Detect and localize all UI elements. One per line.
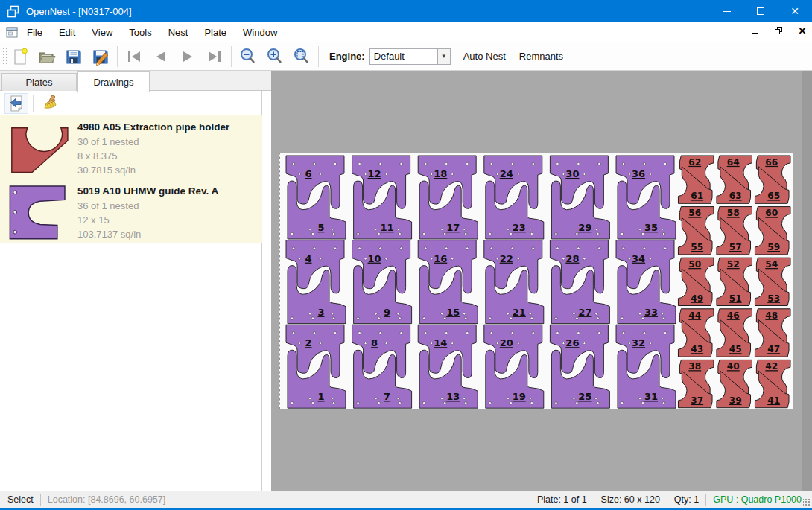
red-nest-unit[interactable]: 5857: [717, 207, 752, 255]
menu-plate[interactable]: Plate: [197, 24, 234, 41]
red-nest-unit[interactable]: 5049: [678, 258, 714, 305]
panel-tab-strip: Plates Drawings: [0, 71, 271, 91]
status-size: Size: 60 x 120: [601, 494, 660, 505]
engine-dropdown-button[interactable]: ▼: [438, 48, 451, 65]
part-number: 25: [578, 391, 591, 402]
part-number: 5: [317, 222, 324, 233]
open-button[interactable]: [34, 45, 60, 68]
part-number: 13: [446, 391, 460, 402]
hole: [291, 402, 293, 404]
import-drawing-button[interactable]: [4, 93, 28, 114]
menu-edit[interactable]: Edit: [51, 24, 83, 41]
part-number: 61: [691, 191, 703, 201]
hole: [334, 162, 336, 165]
nest-canvas[interactable]: 6512111817242330293635431091615222128273…: [271, 71, 812, 491]
title-bar[interactable]: OpenNest - [N0317-004] ✕: [0, 0, 812, 22]
close-button[interactable]: ✕: [778, 0, 812, 22]
red-nest-unit[interactable]: 6463: [717, 156, 752, 203]
hole: [643, 332, 645, 334]
maximize-button[interactable]: [743, 0, 778, 22]
hole: [532, 332, 534, 334]
part-number: 14: [434, 337, 447, 348]
menu-view[interactable]: View: [84, 24, 120, 41]
part-number: 19: [513, 391, 526, 402]
part-number: 65: [767, 191, 780, 201]
part-number: 21: [513, 307, 526, 318]
hole: [379, 247, 381, 249]
part-number: 57: [729, 242, 742, 252]
zoom-fit-button[interactable]: [288, 45, 315, 68]
red-nest-unit[interactable]: 5453: [755, 258, 790, 305]
mdi-minimize-button[interactable]: [748, 24, 761, 37]
hole: [662, 402, 664, 404]
hole: [334, 332, 336, 334]
red-nest-unit[interactable]: 4443: [678, 309, 714, 357]
red-nest-unit[interactable]: 3837: [678, 360, 714, 407]
part-number: 38: [688, 361, 701, 372]
last-plate-button[interactable]: [201, 45, 228, 68]
mdi-close-button[interactable]: ✕: [796, 24, 809, 37]
red-nest-unit[interactable]: 6665: [755, 156, 790, 203]
menu-file[interactable]: File: [19, 24, 50, 41]
part-number: 45: [729, 344, 742, 354]
drawing-size: 8 x 8.375: [77, 149, 229, 163]
red-nest-unit[interactable]: 4847: [755, 309, 790, 357]
part-number: 56: [688, 208, 701, 218]
part-number: 32: [632, 337, 645, 348]
zoom-out-button[interactable]: [235, 45, 261, 68]
drawing-item-uhmw-guide[interactable]: 5019 A10 UHMW guide Rev. A 36 of 1 neste…: [0, 179, 262, 243]
next-plate-button[interactable]: [174, 45, 201, 68]
part-number: 62: [688, 157, 701, 168]
mdi-minimize-icon: [752, 33, 758, 34]
minimize-button[interactable]: [709, 0, 743, 22]
save-button[interactable]: [60, 45, 87, 68]
part-number: 49: [691, 293, 703, 303]
tab-drawings[interactable]: Drawings: [77, 71, 150, 92]
hole: [598, 162, 600, 165]
hole: [399, 402, 401, 404]
hole: [292, 332, 294, 334]
part-number: 23: [513, 222, 526, 233]
hole: [445, 332, 448, 334]
hole: [598, 332, 600, 334]
broom-icon: [41, 95, 59, 112]
drawing-item-extraction-pipe-holder[interactable]: 4980 A05 Extraction pipe holder 30 of 1 …: [0, 115, 262, 179]
plate[interactable]: 6512111817242330293635431091615222128273…: [279, 153, 793, 409]
part-number: 18: [434, 168, 447, 179]
save-as-button[interactable]: [87, 45, 114, 68]
menu-nest[interactable]: Nest: [161, 24, 196, 41]
hole: [291, 232, 293, 235]
drawing-nested-count: 36 of 1 nested: [77, 199, 218, 213]
hole: [332, 232, 334, 235]
first-plate-button[interactable]: [121, 45, 148, 68]
menu-tools[interactable]: Tools: [121, 24, 159, 41]
save-as-icon: [91, 47, 110, 66]
mdi-restore-button[interactable]: [772, 24, 785, 37]
hole: [621, 232, 623, 235]
red-nest-unit[interactable]: 6261: [678, 156, 714, 203]
clean-button[interactable]: [38, 93, 62, 114]
tab-plates[interactable]: Plates: [1, 73, 77, 91]
hole: [555, 232, 557, 235]
hole: [311, 317, 314, 319]
red-nest-unit[interactable]: 4645: [717, 309, 752, 357]
auto-nest-button[interactable]: Auto Nest: [457, 46, 513, 66]
part-number: 3: [317, 307, 324, 318]
engine-combobox[interactable]: Default: [369, 48, 438, 65]
resize-grip[interactable]: [803, 499, 811, 506]
menu-window[interactable]: Window: [235, 24, 285, 41]
red-nest-unit[interactable]: 6059: [755, 207, 790, 255]
part-number: 17: [446, 222, 460, 233]
previous-plate-button[interactable]: [148, 45, 174, 68]
part-number: 39: [729, 395, 742, 406]
red-nest-unit[interactable]: 5251: [717, 258, 752, 305]
zoom-in-button[interactable]: [261, 45, 288, 68]
red-nest-unit[interactable]: 4039: [717, 360, 752, 407]
hole: [662, 232, 664, 235]
red-nest-unit[interactable]: 4241: [755, 360, 790, 407]
remnants-button[interactable]: Remnants: [513, 46, 570, 66]
hole: [664, 162, 666, 165]
new-document-button[interactable]: [7, 45, 34, 68]
red-nest-unit[interactable]: 5655: [678, 207, 714, 255]
hole: [466, 162, 469, 165]
